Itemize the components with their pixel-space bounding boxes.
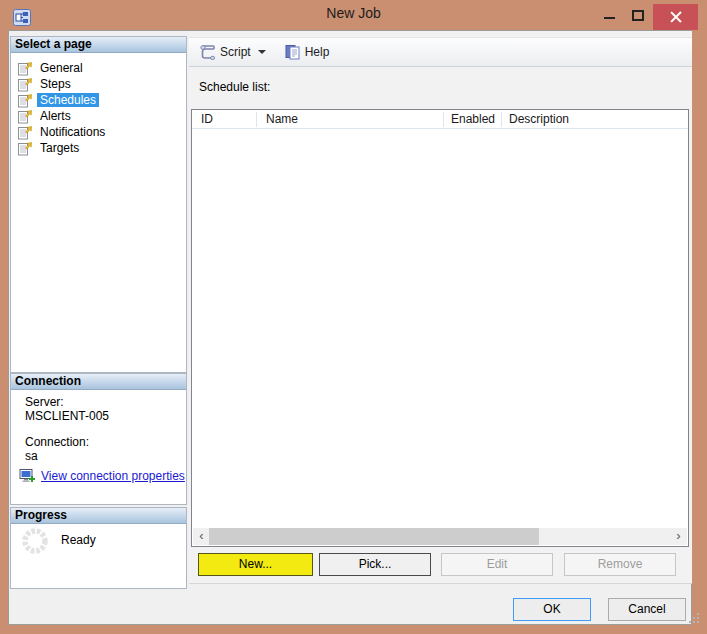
ok-button[interactable]: OK (513, 598, 591, 621)
connection-value: sa (25, 449, 38, 463)
pick-schedule-button[interactable]: Pick... (319, 553, 431, 576)
main-panel: Script Help Schedule list: ID Name (189, 31, 692, 584)
progress-spinner-icon (21, 527, 49, 555)
scroll-left-arrow[interactable]: ‹ (193, 528, 210, 545)
select-page-header: Select a page (11, 37, 186, 53)
help-icon (284, 44, 301, 60)
script-button[interactable]: Script (195, 40, 270, 64)
column-header-id[interactable]: ID (201, 110, 213, 129)
sidebar-item-label: Schedules (37, 93, 99, 107)
page-icon (17, 77, 33, 92)
page-icon (17, 109, 33, 124)
progress-status: Ready (61, 533, 96, 547)
sidebar-item-alerts[interactable]: Alerts (11, 108, 186, 124)
table-header-row: ID Name Enabled Description (192, 110, 688, 129)
remove-schedule-button[interactable]: Remove (564, 553, 676, 576)
scrollbar-thumb[interactable] (209, 528, 539, 545)
connection-header: Connection (11, 374, 186, 390)
close-icon (669, 10, 683, 24)
sidebar-item-label: Notifications (37, 125, 108, 139)
page-icon (17, 61, 33, 76)
minimize-icon (604, 17, 615, 19)
minimize-button[interactable] (598, 6, 622, 26)
help-button[interactable]: Help (280, 40, 334, 64)
new-job-dialog: Select a page General Steps Schedules Al… (8, 30, 692, 625)
edit-schedule-button[interactable]: Edit (441, 553, 553, 576)
column-header-description[interactable]: Description (509, 110, 569, 129)
chevron-down-icon (258, 50, 266, 54)
page-icon (17, 141, 33, 156)
select-page-panel: Select a page General Steps Schedules Al… (10, 36, 187, 373)
screenshot-root: backup New Job Select a page General (0, 0, 707, 634)
sidebar-item-targets[interactable]: Targets (11, 140, 186, 156)
column-header-enabled[interactable]: Enabled (451, 110, 495, 129)
progress-panel: Progress Ready (10, 507, 187, 589)
sidebar-item-steps[interactable]: Steps (11, 76, 186, 92)
help-label: Help (305, 45, 330, 59)
schedule-list-label: Schedule list: (199, 80, 270, 94)
new-schedule-button[interactable]: New... (198, 553, 313, 576)
progress-header: Progress (11, 508, 186, 524)
sidebar-item-label: Steps (37, 77, 74, 91)
column-separator (256, 112, 257, 127)
column-separator (443, 112, 444, 127)
script-icon (199, 44, 216, 60)
connection-label: Connection: (25, 435, 89, 449)
sidebar-item-schedules[interactable]: Schedules (11, 92, 186, 108)
sidebar-item-label: Targets (37, 141, 82, 155)
pages-list: General Steps Schedules Alerts Notificat (11, 53, 186, 156)
cancel-button[interactable]: Cancel (608, 598, 686, 621)
sidebar-item-label: General (37, 61, 86, 75)
view-connection-properties-link[interactable]: View connection properties (41, 469, 185, 483)
resize-grip[interactable] (688, 612, 700, 624)
script-label: Script (220, 45, 251, 59)
server-value: MSCLIENT-005 (25, 409, 109, 423)
connection-properties-icon (19, 468, 37, 484)
sidebar-item-notifications[interactable]: Notifications (11, 124, 186, 140)
sidebar-item-general[interactable]: General (11, 60, 186, 76)
column-separator (501, 112, 502, 127)
maximize-icon (632, 10, 644, 21)
maximize-button[interactable] (626, 6, 650, 26)
page-icon (17, 125, 33, 140)
close-button[interactable] (653, 4, 698, 30)
connection-panel: Connection Server: MSCLIENT-005 Connecti… (10, 373, 187, 505)
scroll-right-arrow[interactable]: › (670, 528, 687, 545)
toolbar: Script Help (189, 37, 692, 67)
server-label: Server: (25, 395, 64, 409)
titlebar[interactable]: New Job (0, 0, 707, 30)
horizontal-scrollbar[interactable]: ‹ › (193, 528, 687, 545)
schedule-action-buttons: New... Pick... Edit Remove (189, 553, 692, 576)
schedule-list-table[interactable]: ID Name Enabled Description ‹ › (191, 109, 689, 547)
page-icon (17, 93, 33, 108)
sidebar-item-label: Alerts (37, 109, 74, 123)
column-header-name[interactable]: Name (266, 110, 298, 129)
